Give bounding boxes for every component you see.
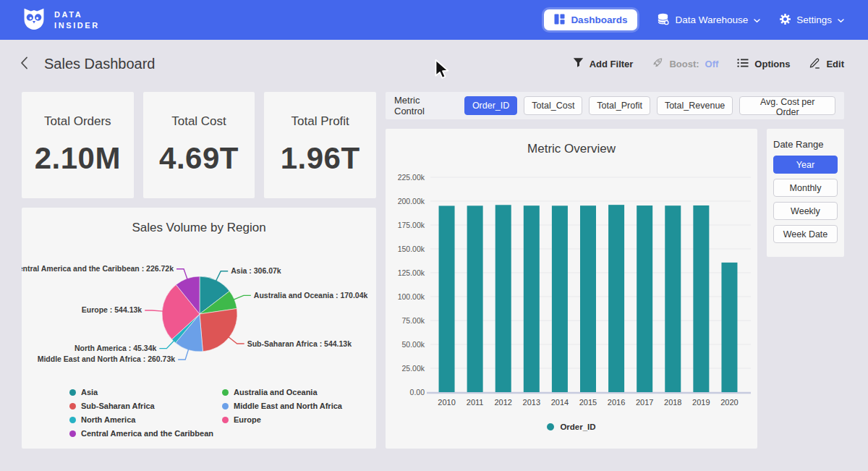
svg-text:50.00k: 50.00k [401, 340, 425, 349]
svg-text:25.00k: 25.00k [401, 364, 425, 373]
date-range-panel: Date Range YearMonthlyWeeklyWeek Date [767, 129, 844, 257]
bar-chart-title: Metric Overview [386, 129, 757, 156]
metric-option[interactable]: Total_Profit [589, 96, 650, 115]
metric-control-label: Metric Control [394, 95, 453, 116]
legend-dot [69, 403, 76, 410]
legend-label: Sub-Saharan Africa [81, 402, 155, 410]
legend-label: Central America and the Caribbean [81, 430, 213, 438]
legend-dot [222, 417, 229, 423]
legend-item: Middle East and North Africa [222, 402, 342, 410]
back-chevron-icon [20, 56, 28, 72]
data-warehouse-label: Data Warehouse [675, 14, 748, 25]
boost-label: Boost: [669, 59, 699, 69]
nav-menu: Dashboards Data Warehouse [544, 9, 844, 30]
legend-item: North America [69, 416, 213, 424]
metric-option[interactable]: Avg. Cost per Order [739, 96, 835, 115]
header-actions: Add Filter Boost: Off [573, 57, 844, 71]
add-filter-button[interactable]: Add Filter [573, 57, 634, 70]
back-button[interactable] [20, 56, 28, 72]
kpi-label: Total Profit [292, 114, 349, 129]
dashboards-label: Dashboards [571, 14, 627, 25]
bar-legend-dot [547, 423, 554, 430]
pencil-icon [809, 57, 820, 71]
options-button[interactable]: Options [737, 58, 790, 70]
svg-text:2014: 2014 [551, 398, 569, 407]
pie-legend: AsiaSub-Saharan AfricaNorth AmericaCentr… [69, 389, 342, 438]
svg-text:100.00k: 100.00k [398, 292, 425, 301]
legend-label: Europe [234, 416, 261, 424]
metric-control-bar: Metric Control Order_IDTotal_CostTotal_P… [386, 92, 844, 119]
chevron-down-icon [754, 14, 760, 25]
svg-text:Middle East and North Africa :: Middle East and North Africa : 260.73k [38, 355, 176, 363]
kpi-card: Total Orders2.10M [22, 92, 134, 198]
svg-text:150.00k: 150.00k [398, 245, 425, 253]
svg-text:2019: 2019 [692, 398, 710, 407]
brand-text: DATA INSIDER [54, 11, 100, 30]
legend-label: Middle East and North Africa [234, 402, 342, 410]
bar-legend-label: Order_ID [560, 423, 595, 431]
rocket-icon [652, 57, 663, 71]
metric-option[interactable]: Order_ID [464, 96, 517, 115]
svg-text:2015: 2015 [579, 398, 597, 407]
top-nav: DATA INSIDER Dashboards [0, 0, 868, 40]
brand-line2: INSIDER [54, 22, 100, 30]
legend-dot [222, 403, 229, 410]
svg-text:2013: 2013 [523, 398, 540, 407]
add-filter-label: Add Filter [590, 59, 634, 69]
kpi-label: Total Cost [171, 114, 226, 129]
legend-label: Asia [81, 389, 98, 396]
gear-icon [780, 14, 791, 27]
boost-toggle[interactable]: Boost: Off [652, 57, 718, 71]
kpi-row: Total Orders2.10MTotal Cost4.69TTotal Pr… [22, 92, 376, 198]
boost-state: Off [705, 59, 719, 69]
legend-dot [222, 389, 229, 396]
data-warehouse-menu[interactable]: Data Warehouse [657, 13, 760, 27]
kpi-label: Total Orders [44, 114, 111, 129]
legend-item: Europe [222, 416, 342, 424]
dashboards-button[interactable]: Dashboards [544, 9, 637, 30]
brand-logo: DATA INSIDER [22, 7, 100, 34]
date-range-options: YearMonthlyWeeklyWeek Date [773, 156, 838, 243]
bar-chart-legend: Order_ID [386, 423, 757, 431]
date-range-option[interactable]: Weekly [773, 202, 838, 220]
svg-text:2020: 2020 [720, 398, 738, 407]
settings-menu[interactable]: Settings [780, 14, 844, 27]
svg-text:2011: 2011 [467, 398, 484, 407]
kpi-value: 4.69T [159, 141, 239, 176]
legend-item: Asia [69, 389, 213, 396]
legend-item: Central America and the Caribbean [69, 430, 213, 438]
pie-chart-card: Sales Volume by Region Asia : 306.07kAus… [22, 208, 376, 449]
database-icon [657, 13, 669, 27]
legend-column: Australia and OceaniaMiddle East and Nor… [222, 389, 342, 438]
legend-item: Sub-Saharan Africa [69, 402, 213, 410]
pie-chart-svg: Asia : 306.07kAustralia and Oceania : 17… [22, 238, 376, 383]
date-range-option[interactable]: Monthly [773, 179, 838, 197]
svg-text:125.00k: 125.00k [398, 268, 425, 277]
edit-button[interactable]: Edit [809, 57, 844, 71]
page: DATA INSIDER Dashboards [0, 0, 868, 471]
date-range-option[interactable]: Week Date [773, 225, 838, 243]
svg-text:North America : 45.34k: North America : 45.34k [75, 344, 157, 352]
svg-text:2010: 2010 [438, 398, 455, 407]
metric-option[interactable]: Total_Cost [524, 96, 582, 115]
legend-item: Australia and Oceania [222, 389, 342, 396]
edit-label: Edit [826, 59, 844, 69]
bar-chart-svg: 225.00k200.00k175.00k150.00k125.00k100.0… [391, 164, 753, 413]
svg-text:Asia : 306.07k: Asia : 306.07k [231, 266, 281, 275]
chevron-down-icon [838, 14, 844, 25]
sub-header: Sales Dashboard Add Filter Boost: Off [0, 40, 868, 88]
options-list-icon [737, 58, 749, 70]
pie-chart-title: Sales Volume by Region [22, 208, 376, 235]
metric-options: Order_IDTotal_CostTotal_ProfitTotal_Reve… [464, 96, 835, 115]
date-range-option[interactable]: Year [773, 156, 838, 174]
legend-dot [69, 389, 76, 396]
legend-column: AsiaSub-Saharan AfricaNorth AmericaCentr… [69, 389, 213, 438]
legend-dot [69, 417, 76, 423]
svg-text:2016: 2016 [608, 398, 625, 407]
kpi-value: 2.10M [35, 141, 121, 176]
owl-logo-icon [22, 7, 46, 34]
svg-text:2017: 2017 [636, 398, 653, 407]
metric-option[interactable]: Total_Revenue [657, 96, 733, 115]
svg-text:75.00k: 75.00k [401, 316, 425, 325]
kpi-card: Total Cost4.69T [143, 92, 255, 198]
